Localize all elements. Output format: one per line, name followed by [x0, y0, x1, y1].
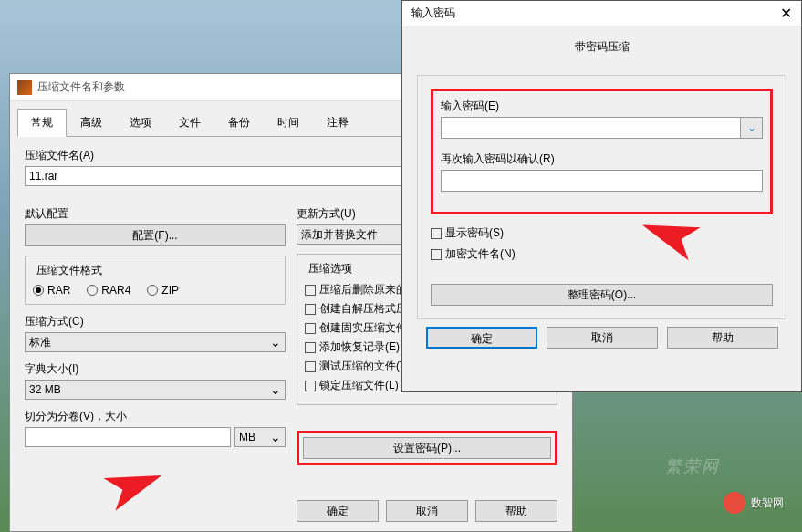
- tab-backup[interactable]: 备份: [214, 109, 264, 136]
- tab-options[interactable]: 选项: [116, 109, 165, 136]
- split-unit-select[interactable]: MB: [234, 427, 286, 447]
- watermark-logo-icon: [724, 492, 745, 514]
- pwd-cancel-button[interactable]: 取消: [547, 327, 658, 349]
- password-dialog: 输入密码 ✕ 带密码压缩 输入密码(E) ⌄ 再次输入密码以确认(R): [401, 0, 802, 392]
- encrypt-names-check[interactable]: 加密文件名(N): [431, 246, 773, 262]
- method-select[interactable]: 标准: [25, 332, 286, 352]
- confirm-password-label: 再次输入密码以确认(R): [441, 151, 763, 167]
- tab-general[interactable]: 常规: [17, 109, 67, 137]
- cancel-button[interactable]: 取消: [386, 500, 468, 522]
- pwd-ok-button[interactable]: 确定: [426, 327, 537, 349]
- tab-comment[interactable]: 注释: [313, 109, 362, 136]
- ok-button[interactable]: 确定: [297, 500, 379, 522]
- split-size-input[interactable]: [25, 427, 231, 447]
- window-title: 压缩文件名和参数: [37, 79, 125, 95]
- format-rar4[interactable]: RAR4: [87, 284, 130, 297]
- method-label: 压缩方式(C): [25, 314, 286, 329]
- format-zip[interactable]: ZIP: [147, 284, 179, 297]
- format-rar[interactable]: RAR: [33, 284, 70, 297]
- pwd-subtitle: 带密码压缩: [402, 26, 801, 68]
- pwd-title: 输入密码: [411, 5, 455, 21]
- watermark-text: 繁荣网: [665, 455, 720, 477]
- enter-password-label: 输入密码(E): [441, 99, 763, 114]
- format-label: 压缩文件格式: [33, 263, 106, 278]
- close-icon[interactable]: ✕: [780, 5, 792, 22]
- dict-select[interactable]: 32 MB: [25, 380, 286, 400]
- password-dropdown-icon[interactable]: ⌄: [741, 117, 763, 139]
- options-label: 压缩选项: [305, 261, 356, 276]
- default-config-label: 默认配置: [25, 206, 286, 222]
- config-button[interactable]: 配置(F)...: [25, 224, 286, 246]
- tab-time[interactable]: 时间: [264, 109, 313, 136]
- set-password-button[interactable]: 设置密码(P)...: [303, 437, 551, 459]
- split-label: 切分为分卷(V)，大小: [25, 409, 286, 424]
- confirm-password-input[interactable]: [441, 170, 763, 192]
- app-icon: [17, 80, 32, 95]
- tab-advanced[interactable]: 高级: [67, 109, 116, 136]
- tab-files[interactable]: 文件: [165, 109, 214, 136]
- watermark: 数智网: [724, 492, 784, 514]
- pwd-help-button[interactable]: 帮助: [667, 327, 778, 349]
- organize-passwords-button[interactable]: 整理密码(O)...: [431, 284, 773, 306]
- show-password-check[interactable]: 显示密码(S): [431, 225, 773, 241]
- dict-label: 字典大小(I): [25, 361, 286, 377]
- password-input[interactable]: [441, 117, 741, 139]
- help-button[interactable]: 帮助: [475, 500, 557, 522]
